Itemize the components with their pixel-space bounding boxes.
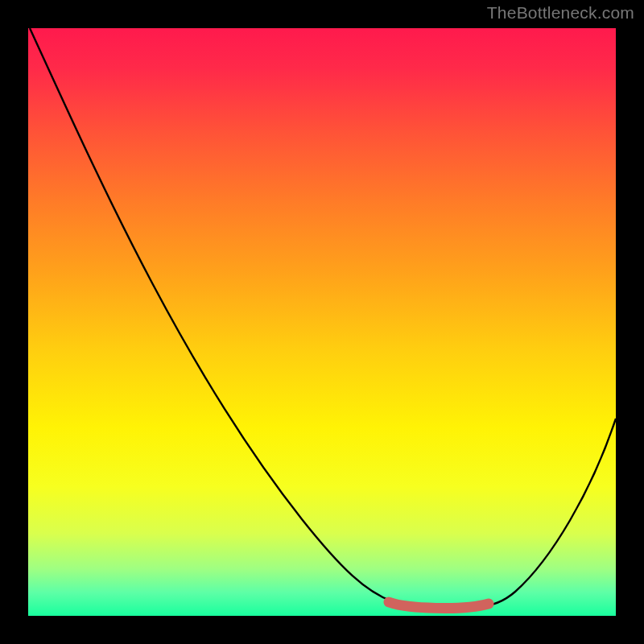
- plot-area: [28, 28, 616, 616]
- chart-frame: TheBottleneck.com: [0, 0, 644, 644]
- watermark-text: TheBottleneck.com: [487, 3, 634, 23]
- curve-layer: [28, 28, 616, 616]
- optimum-marker: [389, 602, 489, 609]
- bottleneck-curve: [30, 28, 616, 606]
